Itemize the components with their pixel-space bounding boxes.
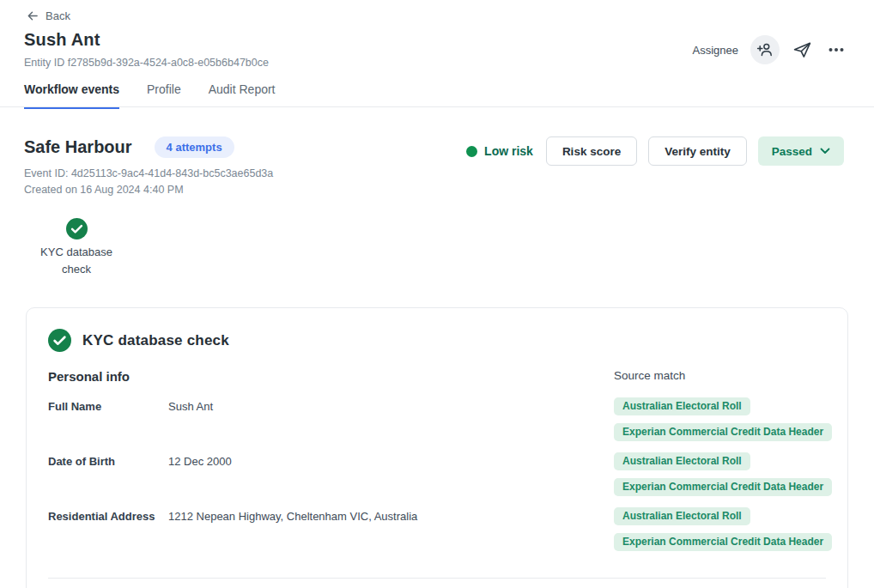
info-value: 1212 Nepean Highway, Cheltenham VIC, Aus…	[168, 507, 614, 525]
risk-score-button[interactable]: Risk score	[546, 136, 637, 166]
info-row-date-of-birth: Date of Birth 12 Dec 2000 Australian Ele…	[48, 452, 826, 496]
info-value: 12 Dec 2000	[168, 452, 614, 470]
header-actions: Assignee	[693, 35, 848, 64]
tab-audit-report[interactable]: Audit Report	[209, 82, 276, 109]
info-label: Full Name	[48, 397, 168, 415]
info-row-full-name: Full Name Sush Ant Australian Electoral …	[48, 397, 826, 441]
ellipsis-icon	[827, 40, 846, 59]
kyc-check-card: KYC database check Personal info Source …	[26, 307, 848, 588]
chevron-down-icon	[820, 148, 830, 155]
section-title-personal-info: Personal info	[48, 369, 614, 384]
entity-detail-page: { "header": { "back_label": "Back", "tit…	[0, 0, 874, 588]
verify-entity-button[interactable]: Verify entity	[648, 136, 747, 166]
page-title: Sush Ant	[24, 30, 100, 50]
assign-user-button[interactable]	[750, 35, 780, 64]
stepper-step-kyc[interactable]: KYC database check	[38, 218, 115, 278]
card-divider	[48, 578, 826, 579]
check-circle-icon	[66, 218, 88, 239]
info-label: Date of Birth	[48, 452, 168, 470]
attempts-badge[interactable]: 4 attempts	[155, 136, 234, 158]
arrow-left-icon	[26, 9, 39, 22]
info-label: Residential Address	[48, 507, 168, 525]
tabs-divider	[0, 106, 874, 107]
source-match-badge: Australian Electoral Roll	[614, 397, 750, 415]
tab-workflow-events[interactable]: Workflow events	[24, 82, 119, 109]
source-match-header: Source match	[614, 369, 826, 382]
event-id: Event ID: 4d25113c-9ac4-41d4-843d-bc5c3a…	[24, 166, 273, 182]
source-match-badge: Australian Electoral Roll	[614, 452, 750, 470]
assignee-label: Assignee	[693, 44, 738, 57]
risk-label: Low risk	[484, 144, 533, 158]
event-created: Created on 16 Aug 2024 4:40 PM	[24, 182, 273, 198]
tab-profile[interactable]: Profile	[147, 82, 181, 109]
send-button[interactable]	[790, 38, 814, 62]
event-header: Safe Harbour 4 attempts Event ID: 4d2511…	[24, 136, 273, 198]
more-options-button[interactable]	[824, 38, 848, 62]
card-title: KYC database check	[82, 332, 229, 349]
paper-plane-icon	[792, 40, 812, 60]
back-label: Back	[46, 9, 70, 22]
source-match-badge: Experian Commercial Credit Data Header	[614, 478, 832, 496]
check-circle-icon	[48, 329, 71, 352]
risk-indicator: Low risk	[466, 144, 533, 158]
person-add-icon	[756, 41, 774, 58]
info-row-residential-address: Residential Address 1212 Nepean Highway,…	[48, 507, 826, 551]
stepper-step-label: KYC database check	[38, 244, 115, 278]
risk-dot-icon	[466, 146, 477, 157]
back-button[interactable]: Back	[26, 9, 70, 22]
event-controls: Low risk Risk score Verify entity Passed	[466, 136, 844, 166]
tab-bar: Workflow events Profile Audit Report	[24, 82, 276, 109]
info-value: Sush Ant	[168, 397, 614, 415]
source-match-badge: Experian Commercial Credit Data Header	[614, 423, 832, 441]
event-title: Safe Harbour	[24, 137, 132, 157]
status-dropdown-button[interactable]: Passed	[758, 136, 844, 166]
entity-id: Entity ID f2785b9d-392a-4524-a0c8-e05b6b…	[24, 57, 269, 69]
source-match-badge: Australian Electoral Roll	[614, 507, 750, 525]
source-match-badge: Experian Commercial Credit Data Header	[614, 533, 832, 551]
status-label: Passed	[772, 145, 812, 158]
